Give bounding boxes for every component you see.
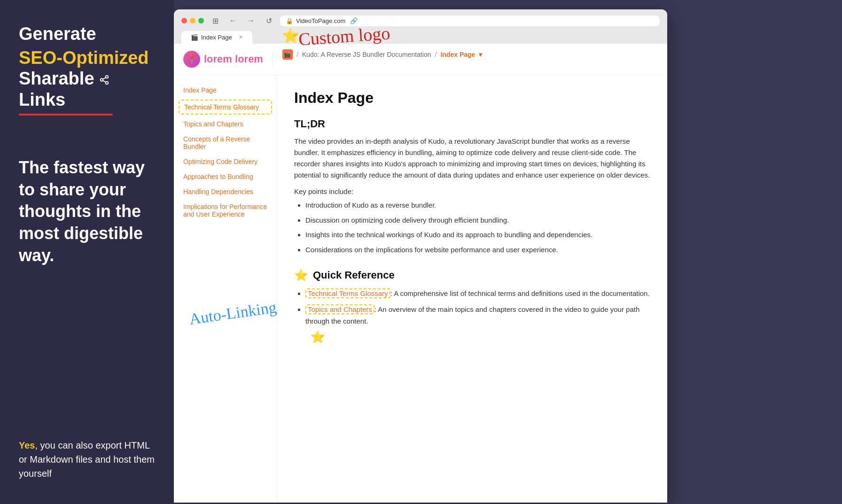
- bullet-item-2: Discussion on optimizing code delivery t…: [305, 214, 650, 226]
- share-icon: [99, 75, 109, 85]
- headline-block: Generate SEO-Optimized Sharable Links: [19, 23, 155, 129]
- ref-link-technical-terms[interactable]: Technical Terms Glossary: [305, 288, 390, 298]
- sidebar-item-concepts[interactable]: Concepts of a Reverse Bundler: [174, 132, 277, 154]
- browser-chrome: ⊞ ← → ↺ 🔒 VideoToPage.com 🔗 🎬 Index Page…: [174, 9, 667, 44]
- footnote-rest: , you can also export HTML or Markdown f…: [19, 440, 155, 479]
- browser-wrap: ⊞ ← → ↺ 🔒 VideoToPage.com 🔗 🎬 Index Page…: [174, 0, 842, 504]
- headline-accent: SEO-Optimized: [19, 48, 155, 68]
- quick-ref-header: ⭐ Quick Reference: [294, 269, 650, 282]
- footnote-yes: Yes: [19, 440, 35, 450]
- quick-ref-item-2: Topics and Chapters: An overview of the …: [305, 303, 650, 327]
- browser-topbar: ⊞ ← → ↺ 🔒 VideoToPage.com 🔗: [181, 14, 660, 27]
- svg-point-1: [101, 78, 103, 81]
- sidebar-item-implications[interactable]: Implications for Performance and User Ex…: [174, 199, 277, 222]
- dot-red[interactable]: [181, 18, 187, 23]
- tab-favicon: 🎬: [191, 34, 198, 41]
- breadcrumb-project: Kudo: A Reverse JS Bundler Documentation: [302, 51, 431, 58]
- sidebar-toggle-button[interactable]: ⊞: [209, 14, 222, 27]
- reload-button[interactable]: ↺: [262, 14, 275, 27]
- app-body: Index Page Technical Terms Glossary Topi…: [174, 75, 667, 503]
- tab-label: Index Page: [201, 34, 232, 41]
- breadcrumb-sep2: /: [435, 51, 437, 58]
- dot-green[interactable]: [198, 18, 204, 23]
- lock-icon: 🔒: [286, 17, 293, 24]
- divider: [273, 53, 273, 66]
- bullet-item-4: Considerations on the implications for w…: [305, 244, 650, 256]
- svg-point-0: [106, 75, 109, 78]
- quick-ref-list: Technical Terms Glossary: A comprehensiv…: [294, 287, 650, 327]
- forward-button[interactable]: →: [244, 14, 257, 27]
- breadcrumb-current[interactable]: Index Page ▾: [440, 51, 482, 58]
- breadcrumb-chevron-icon: ▾: [479, 51, 482, 58]
- svg-line-3: [103, 80, 106, 82]
- left-panel: Generate SEO-Optimized Sharable Links Th…: [0, 0, 174, 504]
- footnote: Yes, you can also export HTML or Markdow…: [19, 438, 155, 481]
- browser-tab-active[interactable]: 🎬 Index Page ✕: [181, 31, 252, 44]
- bullet-list: Introduction of Kudo as a reverse bundle…: [294, 199, 650, 256]
- ref-text-1: : A comprehensive list of technical term…: [390, 289, 650, 297]
- sidebar-item-dependencies[interactable]: Handling Dependencies: [174, 184, 277, 199]
- sidebar-item-index-page[interactable]: Index Page: [174, 83, 277, 98]
- browser-tabbar: 🎬 Index Page ✕: [181, 31, 660, 44]
- sidebar-item-approaches[interactable]: Approaches to Bundling: [174, 169, 277, 184]
- page-title: Index Page: [294, 89, 650, 107]
- sidebar-item-optimizing[interactable]: Optimizing Code Delivery: [174, 154, 277, 169]
- share-link-icon: 🔗: [350, 17, 358, 24]
- app-logo: 📍 lorem lorem: [183, 51, 263, 68]
- sidebar: Index Page Technical Terms Glossary Topi…: [174, 75, 277, 503]
- headline-generate: Generate: [19, 23, 155, 45]
- url-text: VideoToPage.com: [296, 17, 345, 24]
- quick-ref-item-1: Technical Terms Glossary: A comprehensiv…: [305, 287, 650, 300]
- tab-close[interactable]: ✕: [239, 34, 243, 40]
- logo-text: lorem lorem: [204, 53, 263, 65]
- accent-underline: [19, 114, 113, 116]
- ref-link-topics-chapters[interactable]: Topics and Chapters: [305, 304, 374, 314]
- dot-yellow[interactable]: [190, 18, 195, 23]
- quick-ref-star-icon: ⭐: [294, 269, 308, 282]
- sidebar-item-topics-chapters[interactable]: Topics and Chapters: [174, 116, 277, 132]
- app-header: 📍 lorem lorem 🎬 / Kudo: A Reverse JS Bun…: [174, 44, 667, 75]
- breadcrumb-icon: 🎬: [282, 49, 293, 60]
- main-content: Index Page TL;DR The video provides an i…: [277, 75, 667, 503]
- tagline: The fastest way to share your thoughts i…: [19, 157, 155, 267]
- svg-line-4: [103, 78, 106, 79]
- quick-ref-heading: Quick Reference: [313, 269, 395, 281]
- browser-dots: [181, 18, 204, 23]
- breadcrumb-sep1: /: [296, 51, 298, 58]
- key-points-label: Key points include:: [294, 187, 650, 195]
- breadcrumb: 🎬 / Kudo: A Reverse JS Bundler Documenta…: [282, 49, 482, 60]
- browser-window: ⊞ ← → ↺ 🔒 VideoToPage.com 🔗 🎬 Index Page…: [174, 9, 667, 503]
- tldr-heading: TL;DR: [294, 118, 650, 130]
- back-button[interactable]: ←: [226, 14, 240, 27]
- logo-icon: 📍: [183, 51, 200, 68]
- app-frame: 📍 lorem lorem 🎬 / Kudo: A Reverse JS Bun…: [174, 44, 667, 503]
- address-bar[interactable]: 🔒 VideoToPage.com 🔗: [280, 16, 660, 26]
- sidebar-item-technical-terms[interactable]: Technical Terms Glossary: [179, 100, 272, 115]
- bullet-item-3: Insights into the technical workings of …: [305, 229, 650, 241]
- tldr-text: The video provides an in-depth analysis …: [294, 136, 650, 181]
- headline-sharable: Sharable Links: [19, 68, 155, 111]
- bullet-item-1: Introduction of Kudo as a reverse bundle…: [305, 199, 650, 211]
- svg-point-2: [106, 81, 109, 84]
